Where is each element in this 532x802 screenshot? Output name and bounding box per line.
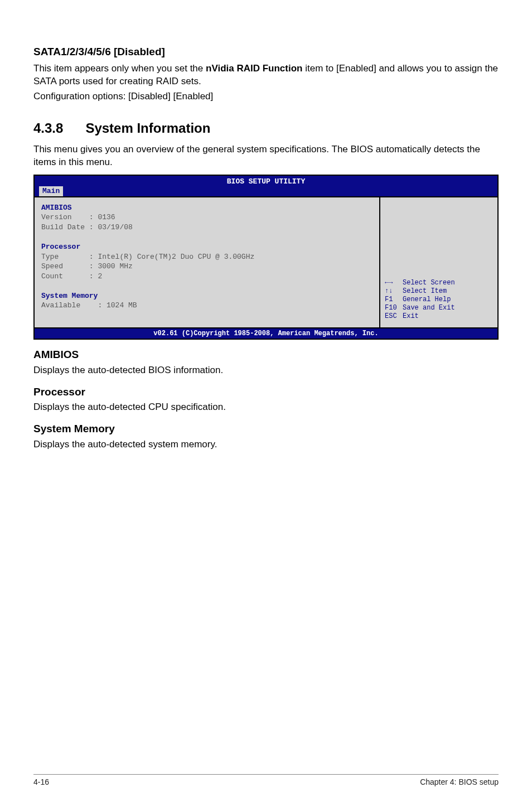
bios-build-date: Build Date : 03/19/08 xyxy=(41,223,373,233)
section-number: 4.3.8 xyxy=(33,119,63,137)
bios-left-panel: AMIBIOS Version : 0136 Build Date : 03/1… xyxy=(35,197,380,327)
bios-tab-main[interactable]: Main xyxy=(39,186,63,196)
amibios-title: AMIBIOS xyxy=(33,347,499,362)
bios-version: Version : 0136 xyxy=(41,212,373,223)
help-txt-select-screen: Select Screen xyxy=(403,279,455,287)
bios-tab-row: Main xyxy=(35,186,497,196)
amibios-desc: Displays the auto-detected BIOS informat… xyxy=(33,364,499,377)
system-memory-desc: Displays the auto-detected system memory… xyxy=(33,438,499,451)
section-438-title: 4.3.8System Information xyxy=(33,119,499,137)
section-name: System Information xyxy=(85,120,210,136)
bios-sysmem-heading: System Memory xyxy=(41,291,373,301)
processor-desc: Displays the auto-detected CPU specifica… xyxy=(33,401,499,414)
bios-title: BIOS SETUP UTILITY xyxy=(35,176,497,187)
bios-processor-type: Type : Intel(R) Core(TM)2 Duo CPU @ 3.00… xyxy=(41,252,373,262)
sata-desc-pre: This item appears only when you set the xyxy=(33,63,206,74)
section-desc: This menu gives you an overview of the g… xyxy=(33,143,499,169)
bios-right-panel: ←→Select Screen ↑↓Select Item F1General … xyxy=(380,197,497,327)
bios-processor-heading: Processor xyxy=(41,242,373,252)
sata-title: SATA1/2/3/4/5/6 [Disabled] xyxy=(33,45,499,59)
help-key-esc: ESC xyxy=(385,312,403,321)
bios-processor-count: Count : 2 xyxy=(41,272,373,282)
bios-body: AMIBIOS Version : 0136 Build Date : 03/1… xyxy=(35,196,497,328)
bios-amibios-heading: AMIBIOS xyxy=(41,203,373,213)
bios-footer: v02.61 (C)Copyright 1985-2008, American … xyxy=(35,328,497,339)
bios-help-keys: ←→Select Screen ↑↓Select Item F1General … xyxy=(385,279,455,321)
help-key-f10: F10 xyxy=(385,304,403,312)
help-txt-select-item: Select Item xyxy=(403,287,447,295)
help-txt-exit: Exit xyxy=(403,312,419,320)
help-key-f1: F1 xyxy=(385,296,403,304)
help-txt-save-exit: Save and Exit xyxy=(403,304,455,312)
help-key-arrows-ud: ↑↓ xyxy=(385,287,403,296)
processor-title: Processor xyxy=(33,385,499,399)
sata-desc: This item appears only when you set the … xyxy=(33,62,499,88)
sata-desc-bold: nVidia RAID Function xyxy=(206,63,302,74)
bios-sysmem-available: Available : 1024 MB xyxy=(41,301,373,311)
help-txt-general-help: General Help xyxy=(403,296,451,303)
system-memory-title: System Memory xyxy=(33,422,499,436)
sata-config-options: Configuration options: [Disabled] [Enabl… xyxy=(33,90,499,103)
bios-processor-speed: Speed : 3000 MHz xyxy=(41,262,373,272)
help-key-arrows-lr: ←→ xyxy=(385,279,403,287)
bios-screenshot: BIOS SETUP UTILITY Main AMIBIOS Version … xyxy=(33,175,499,340)
